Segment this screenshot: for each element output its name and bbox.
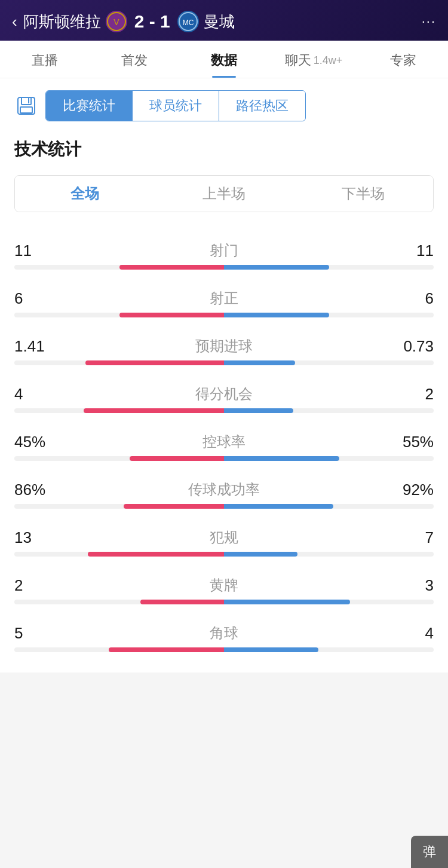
stat-left-value: 13 <box>14 528 62 547</box>
bar-right <box>224 313 329 317</box>
stat-right-value: 6 <box>386 289 434 308</box>
stat-bar <box>14 313 434 317</box>
home-team-logo: V <box>106 11 127 32</box>
bar-right <box>224 408 293 413</box>
save-icon[interactable] <box>14 94 38 118</box>
nav-tabs: 直播 首发 数据 聊天 1.4w+ 专家 <box>0 41 448 78</box>
stat-values: 6 射正 6 <box>14 289 434 308</box>
back-button[interactable]: ‹ <box>12 14 17 29</box>
stat-right-value: 3 <box>386 576 434 595</box>
stats-list: 11 射门 11 6 射正 6 1.41 预期进球 0.73 4 <box>14 230 434 661</box>
period-full[interactable]: 全场 <box>15 176 154 212</box>
more-button[interactable]: ··· <box>422 14 436 29</box>
stat-bar <box>14 456 434 461</box>
bar-right <box>224 504 333 509</box>
stat-left-value: 4 <box>14 385 62 404</box>
stat-row: 6 射正 6 <box>14 278 434 326</box>
away-team-name: 曼城 <box>204 11 235 32</box>
match-score: 2 - 1 <box>134 11 170 32</box>
sub-tabs: 比赛统计 球员统计 路径热区 <box>45 90 306 121</box>
stat-left-value: 45% <box>14 433 62 451</box>
stat-bar <box>14 265 434 270</box>
chat-count-badge: 1.4w+ <box>314 54 343 67</box>
stat-row: 2 黄牌 3 <box>14 565 434 613</box>
stat-row: 86% 传球成功率 92% <box>14 469 434 517</box>
stat-right-value: 11 <box>386 242 434 260</box>
main-content: 比赛统计 球员统计 路径热区 技术统计 全场 上半场 下半场 11 射门 11 … <box>0 78 448 673</box>
stat-row: 13 犯规 7 <box>14 517 434 565</box>
stat-name: 传球成功率 <box>62 480 386 499</box>
svg-text:V: V <box>113 17 119 27</box>
stat-left-value: 2 <box>14 576 62 595</box>
stat-right-value: 4 <box>386 624 434 643</box>
tab-chat[interactable]: 聊天 1.4w+ <box>269 41 358 78</box>
bar-left <box>119 265 225 270</box>
stat-name: 得分机会 <box>62 384 386 404</box>
svg-text:MC: MC <box>182 19 194 27</box>
stat-bar <box>14 600 434 604</box>
bar-right <box>224 360 295 365</box>
stat-name: 射门 <box>62 241 386 260</box>
bar-left <box>124 504 224 509</box>
sub-tab-heatmap[interactable]: 路径热区 <box>219 91 305 121</box>
stat-row: 5 角球 4 <box>14 613 434 661</box>
svg-rect-6 <box>20 107 32 113</box>
stat-name: 预期进球 <box>62 337 386 356</box>
sub-tab-player-stats[interactable]: 球员统计 <box>133 91 219 121</box>
stat-name: 控球率 <box>62 432 386 451</box>
bar-left <box>88 552 224 557</box>
stat-right-value: 2 <box>386 385 434 404</box>
stat-right-value: 55% <box>386 433 434 451</box>
stat-row: 11 射门 11 <box>14 230 434 278</box>
stat-bar <box>14 360 434 365</box>
bar-left <box>130 456 224 461</box>
bar-left <box>140 600 224 604</box>
match-title: 阿斯顿维拉 V 2 - 1 MC 曼城 <box>23 11 235 32</box>
stat-values: 1.41 预期进球 0.73 <box>14 337 434 356</box>
bar-right <box>224 552 297 557</box>
stat-name: 角球 <box>62 624 386 643</box>
stat-left-value: 86% <box>14 481 62 499</box>
tab-live[interactable]: 直播 <box>0 41 90 78</box>
stat-bar <box>14 647 434 652</box>
stat-left-value: 6 <box>14 289 62 308</box>
bar-right <box>224 456 339 461</box>
stat-row: 1.41 预期进球 0.73 <box>14 326 434 374</box>
period-first-half[interactable]: 上半场 <box>154 176 293 212</box>
stat-row: 45% 控球率 55% <box>14 421 434 469</box>
bottom-popup-button[interactable]: 弹 <box>411 836 448 868</box>
bar-left <box>85 360 224 365</box>
stat-name: 黄牌 <box>62 576 386 595</box>
stat-right-value: 92% <box>386 481 434 499</box>
stat-bar <box>14 504 434 509</box>
stat-values: 11 射门 11 <box>14 241 434 260</box>
tab-data[interactable]: 数据 <box>179 41 269 78</box>
stat-values: 86% 传球成功率 92% <box>14 480 434 499</box>
stat-name: 犯规 <box>62 528 386 547</box>
stat-values: 45% 控球率 55% <box>14 432 434 451</box>
bar-right <box>224 647 318 652</box>
tab-lineup[interactable]: 首发 <box>90 41 179 78</box>
section-title: 技术统计 <box>14 138 434 161</box>
stat-left-value: 1.41 <box>14 337 62 356</box>
stat-values: 13 犯规 7 <box>14 528 434 547</box>
stat-values: 5 角球 4 <box>14 624 434 643</box>
home-team-name: 阿斯顿维拉 <box>23 11 101 32</box>
sub-tabs-row: 比赛统计 球员统计 路径热区 <box>14 90 434 121</box>
away-team-logo: MC <box>177 11 199 32</box>
tab-expert[interactable]: 专家 <box>358 41 448 78</box>
bar-left <box>119 313 225 317</box>
stat-row: 4 得分机会 2 <box>14 374 434 421</box>
header: ‹ 阿斯顿维拉 V 2 - 1 MC 曼城 ··· <box>0 0 448 41</box>
sub-tab-match-stats[interactable]: 比赛统计 <box>46 91 133 121</box>
header-left: ‹ 阿斯顿维拉 V 2 - 1 MC 曼城 <box>12 11 235 32</box>
stat-right-value: 7 <box>386 528 434 547</box>
period-second-half[interactable]: 下半场 <box>294 176 433 212</box>
stat-bar <box>14 408 434 413</box>
stat-right-value: 0.73 <box>386 337 434 356</box>
period-selector: 全场 上半场 下半场 <box>14 175 434 212</box>
stat-left-value: 11 <box>14 242 62 260</box>
svg-rect-5 <box>22 97 31 105</box>
bar-left <box>109 647 224 652</box>
bar-right <box>224 265 329 270</box>
